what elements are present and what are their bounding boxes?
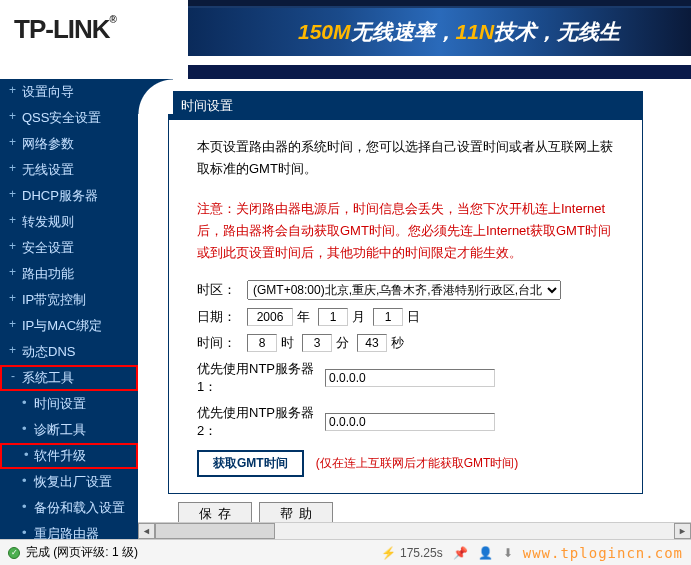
scroll-right-arrow-icon[interactable]: ► — [674, 523, 691, 539]
status-text: 完成 (网页评级: 1 级) — [26, 544, 138, 561]
sidebar-item-systools[interactable]: 系统工具 — [0, 365, 138, 391]
sidebar-item-wireless[interactable]: 无线设置 — [0, 157, 138, 183]
ntp1-label: 优先使用NTP服务器1： — [197, 360, 325, 396]
check-icon: ✓ — [8, 547, 20, 559]
ntp2-row: 优先使用NTP服务器2： — [197, 404, 614, 440]
bolt-icon: ⚡ — [381, 546, 396, 560]
scroll-thumb[interactable] — [155, 523, 275, 539]
time-settings-panel: 时间设置 本页设置路由器的系统时间，您可以选择自己设置时间或者从互联网上获取标准… — [168, 91, 643, 494]
hour-input[interactable] — [247, 334, 277, 352]
ntp1-input[interactable] — [325, 369, 495, 387]
date-label: 日期： — [197, 308, 247, 326]
sidebar-sub-reboot[interactable]: 重启路由器 — [0, 521, 138, 539]
ntp1-row: 优先使用NTP服务器1： — [197, 360, 614, 396]
sidebar[interactable]: 设置向导 QSS安全设置 网络参数 无线设置 DHCP服务器 转发规则 安全设置… — [0, 79, 138, 539]
ntp2-label: 优先使用NTP服务器2： — [197, 404, 325, 440]
sidebar-sub-factory[interactable]: 恢复出厂设置 — [0, 469, 138, 495]
pin-icon[interactable]: 📌 — [453, 546, 468, 560]
gmt-row: 获取GMT时间 (仅在连上互联网后才能获取GMT时间) — [197, 450, 614, 477]
min-input[interactable] — [302, 334, 332, 352]
gmt-hint: (仅在连上互联网后才能获取GMT时间) — [316, 455, 519, 472]
min-unit: 分 — [336, 334, 349, 352]
content-area: 时间设置 本页设置路由器的系统时间，您可以选择自己设置时间或者从互联网上获取标准… — [138, 79, 691, 539]
ntp2-input[interactable] — [325, 413, 495, 431]
year-input[interactable] — [247, 308, 293, 326]
status-bar: ✓ 完成 (网页评级: 1 级) ⚡175.25s 📌 👤 ⬇ www.tplo… — [0, 539, 691, 565]
brand-logo: TP-LINK® — [14, 14, 116, 45]
load-time: ⚡175.25s — [381, 546, 443, 560]
banner-text: 150M无线速率，11N技术，无线生 — [298, 18, 620, 46]
sidebar-item-wizard[interactable]: 设置向导 — [0, 79, 138, 105]
timezone-select[interactable]: (GMT+08:00)北京,重庆,乌鲁木齐,香港特别行政区,台北 — [247, 280, 561, 300]
intro-text: 本页设置路由器的系统时间，您可以选择自己设置时间或者从互联网上获取标准的GMT时… — [197, 136, 614, 180]
day-input[interactable] — [373, 308, 403, 326]
timezone-row: 时区： (GMT+08:00)北京,重庆,乌鲁木齐,香港特别行政区,台北 — [197, 280, 614, 300]
get-gmt-button[interactable]: 获取GMT时间 — [197, 450, 304, 477]
sidebar-item-ipmac[interactable]: IP与MAC绑定 — [0, 313, 138, 339]
time-row: 时间： 时 分 秒 — [197, 334, 614, 352]
sec-unit: 秒 — [391, 334, 404, 352]
header-stripe — [188, 65, 691, 79]
sidebar-sub-backup[interactable]: 备份和载入设置 — [0, 495, 138, 521]
user-icon[interactable]: 👤 — [478, 546, 493, 560]
header: 150M无线速率，11N技术，无线生 TP-LINK® — [0, 0, 691, 79]
sidebar-item-security[interactable]: 安全设置 — [0, 235, 138, 261]
corner-decoration — [138, 79, 173, 114]
sidebar-item-dhcp[interactable]: DHCP服务器 — [0, 183, 138, 209]
month-unit: 月 — [352, 308, 365, 326]
sidebar-sub-diag[interactable]: 诊断工具 — [0, 417, 138, 443]
sidebar-item-forward[interactable]: 转发规则 — [0, 209, 138, 235]
sidebar-sub-upgrade[interactable]: 软件升级 — [0, 443, 138, 469]
sidebar-item-ddns[interactable]: 动态DNS — [0, 339, 138, 365]
sec-input[interactable] — [357, 334, 387, 352]
time-label: 时间： — [197, 334, 247, 352]
horizontal-scrollbar[interactable]: ◄ ► — [138, 522, 691, 539]
panel-title: 时间设置 — [169, 92, 642, 120]
year-unit: 年 — [297, 308, 310, 326]
watermark-text: www.tplogincn.com — [523, 545, 683, 561]
sidebar-item-qss[interactable]: QSS安全设置 — [0, 105, 138, 131]
note-text: 注意：关闭路由器电源后，时间信息会丢失，当您下次开机连上Internet后，路由… — [197, 198, 614, 264]
scroll-left-arrow-icon[interactable]: ◄ — [138, 523, 155, 539]
banner: 150M无线速率，11N技术，无线生 — [188, 8, 691, 56]
sidebar-sub-time[interactable]: 时间设置 — [0, 391, 138, 417]
date-row: 日期： 年 月 日 — [197, 308, 614, 326]
sidebar-item-bandwidth[interactable]: IP带宽控制 — [0, 287, 138, 313]
month-input[interactable] — [318, 308, 348, 326]
tz-label: 时区： — [197, 281, 247, 299]
sidebar-item-network[interactable]: 网络参数 — [0, 131, 138, 157]
day-unit: 日 — [407, 308, 420, 326]
sidebar-item-routing[interactable]: 路由功能 — [0, 261, 138, 287]
down-arrow-icon[interactable]: ⬇ — [503, 546, 513, 560]
hour-unit: 时 — [281, 334, 294, 352]
